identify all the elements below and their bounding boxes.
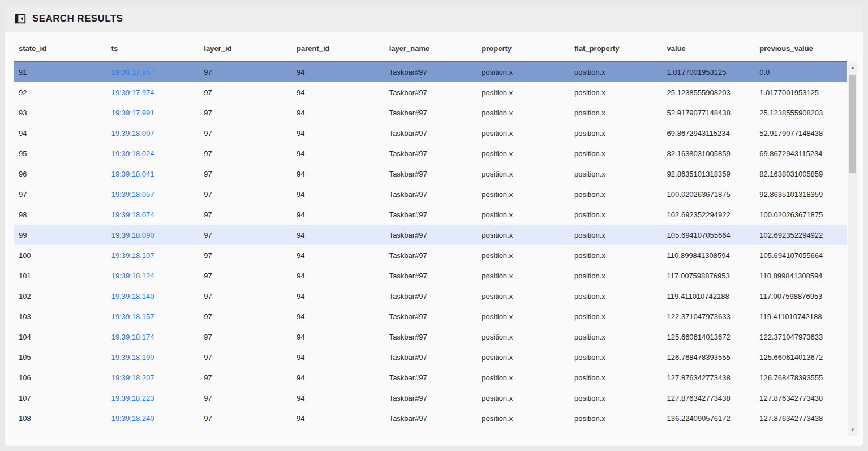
table-row[interactable]: 9819:39:18.0749794Taskbar#97position.xpo… bbox=[14, 204, 847, 225]
table-row[interactable]: 10019:39:18.1079794Taskbar#97position.xp… bbox=[14, 245, 847, 265]
table-row[interactable]: 10119:39:18.1249794Taskbar#97position.xp… bbox=[14, 265, 847, 286]
ts-link[interactable]: 19:39:17.991 bbox=[111, 109, 154, 117]
table-row[interactable]: 9419:39:18.0079794Taskbar#97position.xpo… bbox=[14, 123, 847, 143]
table-row[interactable]: 10619:39:18.2079794Taskbar#97position.xp… bbox=[14, 367, 847, 388]
cell-flat_property: position.x bbox=[569, 102, 662, 123]
cell-flat_property: position.x bbox=[569, 265, 662, 286]
table-row[interactable]: 9519:39:18.0249794Taskbar#97position.xpo… bbox=[14, 143, 847, 164]
table-row[interactable]: 9119:39:17.9579794Taskbar#97position.xpo… bbox=[14, 62, 847, 82]
table-row[interactable]: 10519:39:18.1909794Taskbar#97position.xp… bbox=[14, 347, 847, 367]
cell-property: position.x bbox=[476, 225, 569, 245]
ts-link[interactable]: 19:39:18.090 bbox=[111, 231, 154, 239]
ts-link[interactable]: 19:39:18.074 bbox=[111, 211, 154, 219]
ts-link[interactable]: 19:39:18.057 bbox=[111, 190, 154, 199]
cell-parent_id: 94 bbox=[291, 306, 384, 327]
ts-link[interactable]: 19:39:18.041 bbox=[111, 170, 154, 178]
cell-layer_id: 97 bbox=[199, 265, 291, 286]
column-header-layer_name: layer_name bbox=[384, 32, 477, 62]
cell-layer_name: Taskbar#97 bbox=[384, 62, 477, 82]
table-row[interactable]: 10419:39:18.1749794Taskbar#97position.xp… bbox=[14, 327, 847, 347]
cell-state_id: 108 bbox=[14, 408, 106, 428]
table-row[interactable]: 9619:39:18.0419794Taskbar#97position.xpo… bbox=[14, 164, 847, 184]
cell-state_id: 97 bbox=[14, 184, 106, 204]
cell-state_id: 105 bbox=[14, 347, 106, 367]
cell-layer_id: 97 bbox=[199, 184, 291, 204]
cell-layer_id: 97 bbox=[199, 204, 291, 225]
cell-ts: 19:39:18.041 bbox=[106, 164, 199, 184]
cell-previous_value: 0.0 bbox=[754, 62, 847, 82]
cell-flat_property: position.x bbox=[569, 367, 662, 388]
table-header-row: state_idtslayer_idparent_idlayer_namepro… bbox=[14, 32, 847, 62]
scroll-down-arrow-icon[interactable]: ▼ bbox=[848, 426, 857, 433]
ts-link[interactable]: 19:39:18.207 bbox=[111, 373, 154, 382]
cell-ts: 19:39:18.174 bbox=[106, 327, 199, 347]
scroll-up-arrow-icon[interactable]: ▲ bbox=[848, 63, 857, 71]
cell-state_id: 98 bbox=[14, 204, 106, 225]
cell-ts: 19:39:18.007 bbox=[106, 123, 199, 143]
cell-flat_property: position.x bbox=[569, 143, 662, 164]
table-row[interactable]: 10719:39:18.2239794Taskbar#97position.xp… bbox=[14, 388, 847, 408]
cell-value: 105.694107055664 bbox=[662, 225, 755, 245]
cell-previous_value: 69.8672943115234 bbox=[754, 143, 847, 164]
cell-ts: 19:39:18.240 bbox=[106, 408, 199, 428]
cell-value: 92.8635101318359 bbox=[662, 164, 755, 184]
ts-link[interactable]: 19:39:17.974 bbox=[111, 88, 154, 97]
cell-state_id: 100 bbox=[14, 245, 106, 265]
results-table-wrap: state_idtslayer_idparent_idlayer_namepro… bbox=[14, 32, 847, 428]
cell-property: position.x bbox=[476, 143, 569, 164]
table-row[interactable]: 9719:39:18.0579794Taskbar#97position.xpo… bbox=[14, 184, 847, 204]
ts-link[interactable]: 19:39:18.240 bbox=[111, 414, 154, 423]
cell-ts: 19:39:18.223 bbox=[106, 388, 199, 408]
column-header-property: property bbox=[476, 32, 569, 62]
cell-value: 82.1638031005859 bbox=[662, 143, 755, 164]
cell-previous_value: 127.876342773438 bbox=[754, 388, 847, 408]
scrollbar-thumb[interactable] bbox=[849, 75, 856, 173]
ts-link[interactable]: 19:39:18.190 bbox=[111, 353, 154, 362]
cell-value: 102.692352294922 bbox=[662, 204, 755, 225]
cell-state_id: 107 bbox=[14, 388, 106, 408]
cell-layer_id: 97 bbox=[199, 164, 291, 184]
cell-state_id: 96 bbox=[14, 164, 106, 184]
cell-state_id: 99 bbox=[14, 225, 106, 245]
cell-layer_name: Taskbar#97 bbox=[384, 265, 477, 286]
cell-state_id: 91 bbox=[14, 62, 106, 82]
cell-property: position.x bbox=[476, 184, 569, 204]
cell-parent_id: 94 bbox=[291, 143, 384, 164]
ts-link[interactable]: 19:39:18.024 bbox=[111, 149, 154, 158]
ts-link[interactable]: 19:39:18.107 bbox=[111, 251, 154, 260]
ts-link[interactable]: 19:39:18.174 bbox=[111, 333, 154, 341]
table-row[interactable]: 10219:39:18.1409794Taskbar#97position.xp… bbox=[14, 286, 847, 306]
cell-layer_id: 97 bbox=[199, 347, 291, 367]
cell-ts: 19:39:17.957 bbox=[106, 62, 199, 82]
cell-parent_id: 94 bbox=[291, 367, 384, 388]
ts-link[interactable]: 19:39:18.157 bbox=[111, 312, 154, 321]
table-row[interactable]: 10819:39:18.2409794Taskbar#97position.xp… bbox=[14, 408, 847, 428]
table-row[interactable]: 9919:39:18.0909794Taskbar#97position.xpo… bbox=[14, 225, 847, 245]
ts-link[interactable]: 19:39:17.957 bbox=[111, 68, 154, 76]
ts-link[interactable]: 19:39:18.140 bbox=[111, 292, 154, 300]
cell-layer_id: 97 bbox=[199, 245, 291, 265]
cell-layer_name: Taskbar#97 bbox=[384, 204, 477, 225]
cell-previous_value: 25.1238555908203 bbox=[754, 102, 847, 123]
cell-property: position.x bbox=[476, 164, 569, 184]
cell-layer_name: Taskbar#97 bbox=[384, 367, 477, 388]
table-row[interactable]: 9319:39:17.9919794Taskbar#97position.xpo… bbox=[14, 102, 847, 123]
cell-ts: 19:39:18.057 bbox=[106, 184, 199, 204]
ts-link[interactable]: 19:39:18.223 bbox=[111, 394, 154, 402]
column-header-previous_value: previous_value bbox=[754, 32, 847, 62]
cell-parent_id: 94 bbox=[291, 388, 384, 408]
cell-parent_id: 94 bbox=[291, 225, 384, 245]
column-header-ts: ts bbox=[106, 32, 199, 62]
ts-link[interactable]: 19:39:18.007 bbox=[111, 129, 154, 138]
cell-flat_property: position.x bbox=[569, 184, 662, 204]
vertical-scrollbar[interactable]: ▲ ▼ bbox=[848, 62, 857, 436]
table-row[interactable]: 9219:39:17.9749794Taskbar#97position.xpo… bbox=[14, 82, 847, 102]
search-results-panel: SEARCH RESULTS state_idtslayer_idparent_… bbox=[5, 5, 863, 446]
ts-link[interactable]: 19:39:18.124 bbox=[111, 272, 154, 280]
cell-previous_value: 110.899841308594 bbox=[754, 265, 847, 286]
cell-layer_id: 97 bbox=[199, 286, 291, 306]
cell-state_id: 93 bbox=[14, 102, 106, 123]
cell-layer_name: Taskbar#97 bbox=[384, 408, 477, 428]
cell-previous_value: 102.692352294922 bbox=[754, 225, 847, 245]
table-row[interactable]: 10319:39:18.1579794Taskbar#97position.xp… bbox=[14, 306, 847, 327]
